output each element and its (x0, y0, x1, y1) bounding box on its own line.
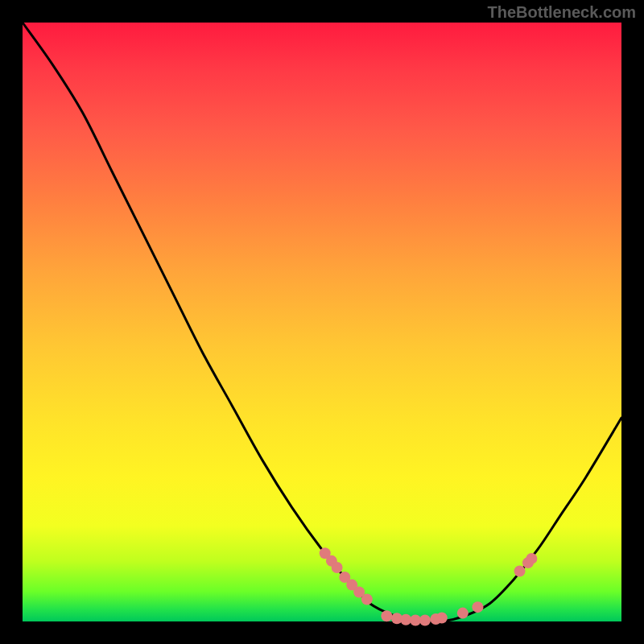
curve-marker (361, 593, 373, 605)
plot-area (23, 23, 621, 621)
curve-markers (320, 547, 538, 625)
chart-svg (23, 23, 621, 621)
curve-marker (400, 614, 411, 625)
credit-label: TheBottleneck.com (488, 3, 636, 22)
curve-marker (436, 613, 448, 624)
chart-stage: TheBottleneck.com (0, 0, 644, 644)
curve-marker (472, 601, 483, 613)
bottleneck-curve (23, 23, 621, 622)
curve-marker (526, 553, 537, 564)
curve-marker (419, 615, 431, 626)
curve-marker (457, 608, 469, 619)
curve-marker (332, 562, 343, 573)
curve-marker (381, 610, 392, 621)
curve-marker (514, 566, 526, 577)
curve-marker (410, 615, 421, 626)
